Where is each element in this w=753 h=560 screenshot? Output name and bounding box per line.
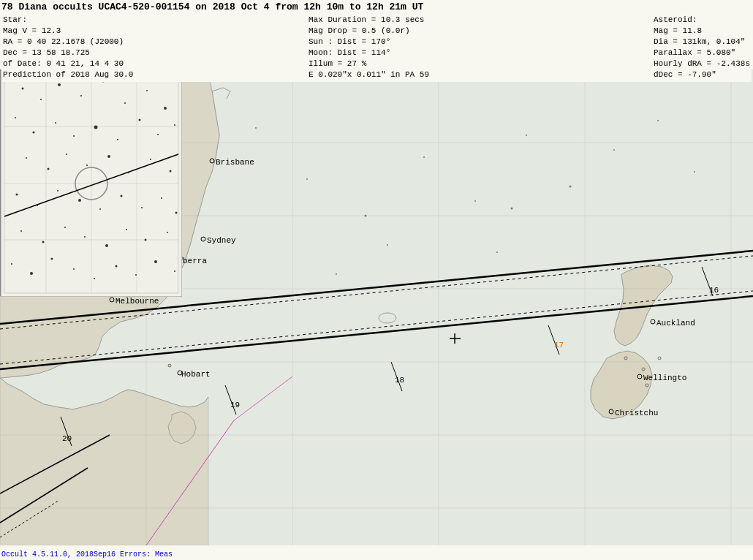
- right-info: Asteroid: Mag = 11.8 Dia = 131km, 0.104"…: [654, 15, 750, 80]
- svg-text:18: 18: [395, 376, 404, 385]
- asteroid-mag: Mag = 11.8: [654, 26, 750, 37]
- star-chart-inset: [0, 69, 181, 296]
- svg-point-99: [66, 154, 67, 155]
- footer: Occult 4.5.11.0, 2018Sep16 Errors: Meas: [1, 550, 173, 559]
- svg-point-94: [139, 119, 141, 121]
- svg-text:berra: berra: [183, 257, 207, 265]
- svg-point-105: [16, 194, 18, 196]
- prediction: Prediction of 2018 Aug 30.0: [3, 69, 133, 80]
- svg-point-109: [99, 208, 101, 210]
- svg-text:Sydney: Sydney: [207, 236, 236, 245]
- asteroid-label: Asteroid:: [654, 15, 750, 26]
- svg-point-61: [474, 200, 476, 202]
- svg-point-101: [107, 155, 110, 158]
- svg-point-69: [445, 281, 447, 282]
- svg-text:Christchu: Christchu: [615, 409, 658, 417]
- svg-point-95: [157, 134, 159, 135]
- svg-point-119: [126, 229, 127, 230]
- svg-point-114: [20, 230, 22, 232]
- svg-point-110: [121, 195, 123, 197]
- svg-point-62: [526, 135, 527, 136]
- svg-text:Melbourne: Melbourne: [116, 297, 159, 306]
- svg-text:Brisbane: Brisbane: [216, 158, 254, 167]
- star-mag: Mag V = 12.3: [3, 26, 133, 37]
- svg-point-70: [496, 251, 498, 253]
- svg-point-68: [387, 244, 388, 246]
- svg-point-128: [135, 274, 137, 276]
- hourly-dra: Hourly dRA = -2.438s: [654, 58, 750, 69]
- star-ofdate: of Date: 0 41 21, 14 4 30: [3, 58, 133, 69]
- svg-point-129: [154, 260, 157, 263]
- hourly-ddec: dDec = -7.90": [654, 69, 750, 80]
- svg-point-123: [30, 272, 33, 275]
- svg-point-103: [150, 159, 151, 160]
- svg-point-80: [22, 88, 24, 90]
- svg-point-90: [55, 122, 56, 124]
- left-info: Star: Mag V = 12.3 RA = 0 40 22.1678 (J2…: [3, 15, 133, 80]
- svg-point-122: [11, 263, 12, 265]
- svg-point-89: [33, 132, 35, 134]
- svg-point-97: [26, 157, 27, 159]
- svg-point-88: [15, 117, 16, 118]
- star-ra: RA = 0 40 22.1678 (J2000): [3, 37, 133, 48]
- svg-point-118: [105, 244, 108, 247]
- title-line: 78 Diana occults UCAC4-520-001154 on 201…: [1, 1, 752, 12]
- svg-point-58: [306, 178, 308, 180]
- main-container: 78 Diana occults UCAC4-520-001154 on 201…: [0, 0, 753, 560]
- svg-point-57: [255, 127, 257, 129]
- svg-point-108: [78, 199, 81, 202]
- svg-text:16: 16: [709, 286, 719, 295]
- svg-point-126: [94, 278, 95, 279]
- svg-point-100: [86, 164, 88, 166]
- sun-dist: Sun : Dist = 170°: [309, 37, 429, 48]
- svg-point-96: [174, 124, 175, 126]
- svg-point-116: [64, 227, 66, 228]
- svg-point-112: [161, 197, 162, 199]
- svg-point-65: [657, 120, 659, 121]
- svg-point-115: [42, 241, 45, 243]
- svg-point-104: [170, 170, 172, 173]
- asteroid-dia: Dia = 131km, 0.104": [654, 37, 750, 48]
- error-ellipse: E 0.020"x 0.011" in PA 59: [309, 69, 429, 80]
- svg-point-67: [336, 273, 337, 275]
- header-area: 78 Diana occults UCAC4-520-001154 on 201…: [1, 1, 752, 82]
- asteroid-parallax: Parallax = 5.080": [654, 48, 750, 58]
- svg-point-66: [694, 171, 695, 173]
- svg-point-92: [94, 126, 98, 129]
- svg-text:17: 17: [554, 341, 564, 349]
- svg-point-98: [48, 168, 50, 170]
- svg-point-63: [570, 186, 572, 188]
- max-duration: Max Duration = 10.3 secs: [309, 15, 429, 26]
- svg-point-71: [511, 208, 513, 210]
- svg-point-111: [141, 207, 143, 208]
- center-info: Max Duration = 10.3 secs Mag Drop = 0.5 …: [309, 15, 429, 80]
- mag-drop: Mag Drop = 0.5 (0.0r): [309, 26, 429, 37]
- svg-text:Auckland: Auckland: [656, 319, 695, 328]
- svg-point-121: [167, 232, 168, 233]
- svg-point-93: [117, 139, 118, 140]
- svg-point-59: [365, 215, 367, 217]
- svg-point-91: [73, 135, 75, 137]
- svg-point-125: [73, 268, 75, 270]
- svg-point-60: [423, 156, 425, 158]
- svg-point-130: [174, 270, 175, 272]
- star-chart-svg: [1, 70, 182, 297]
- svg-point-86: [146, 90, 148, 91]
- svg-point-81: [40, 99, 42, 100]
- svg-point-124: [51, 258, 53, 260]
- svg-point-113: [175, 212, 178, 214]
- svg-point-87: [164, 107, 167, 110]
- svg-point-85: [124, 102, 126, 104]
- svg-text:20: 20: [62, 434, 72, 443]
- illum: Illum = 27 %: [309, 58, 429, 69]
- svg-point-83: [80, 95, 82, 97]
- svg-point-82: [58, 83, 61, 86]
- svg-point-127: [116, 265, 118, 268]
- svg-point-107: [57, 190, 58, 192]
- footer-text: Occult 4.5.11.0, 2018Sep16 Errors: Meas: [1, 550, 173, 559]
- svg-text:19: 19: [230, 401, 240, 409]
- star-label: Star:: [3, 15, 133, 26]
- svg-text:Hobart: Hobart: [181, 370, 211, 379]
- star-dec: Dec = 13 58 18.725: [3, 48, 133, 58]
- moon-dist: Moon: Dist = 114°: [309, 48, 429, 58]
